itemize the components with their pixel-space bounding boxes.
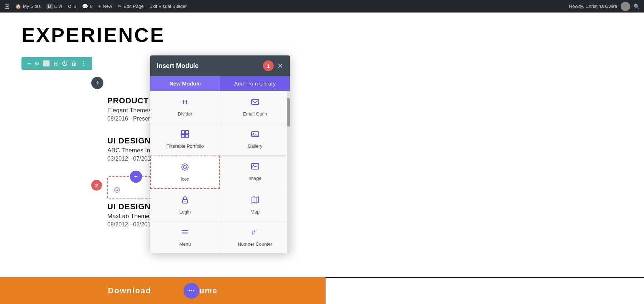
login-icon: [181, 196, 189, 206]
module-item-login[interactable]: Login: [150, 189, 220, 221]
badge-2: 2: [91, 180, 102, 191]
circle-icon: ◎: [114, 185, 120, 193]
delete-icon[interactable]: 🗑: [70, 60, 78, 67]
svg-rect-0: [182, 102, 188, 102]
panel-header: Insert Module 1 ✕: [150, 55, 290, 76]
edit-page-button[interactable]: ✏ Edit Page: [118, 4, 143, 9]
svg-rect-19: [182, 230, 188, 231]
svg-rect-21: [182, 234, 188, 234]
admin-bar: ⊞ 🏠 My Sites D Divi ↺ 3 💬 0 + New ✏ Edit…: [0, 0, 644, 13]
svg-point-13: [253, 165, 254, 166]
panel-scrollbar-thumb: [287, 98, 290, 127]
download-button[interactable]: Download ••• sume: [0, 277, 326, 304]
module-item-filterable-portfolio[interactable]: Filterable Portfolio: [150, 123, 220, 155]
icon-module-icon: [181, 163, 189, 173]
panel-scrollbar[interactable]: [287, 91, 290, 253]
insert-module-panel: Insert Module 1 ✕ New Module Add From Li…: [150, 55, 290, 253]
dots-menu-badge[interactable]: •••: [184, 283, 199, 299]
module-item-icon[interactable]: Icon: [150, 156, 220, 189]
add-module-purple-button[interactable]: +: [130, 171, 142, 183]
admin-bar-right: Howdy, Christina Gwira 🔍: [569, 2, 640, 11]
module-item-gallery[interactable]: Gallery: [220, 123, 290, 155]
module-label-number-counter: Number Counter: [238, 241, 272, 247]
download-bar: Download ••• sume: [0, 277, 644, 304]
module-item-map[interactable]: Map: [220, 189, 290, 221]
menu-icon: [181, 228, 189, 239]
panel-badge-1: 1: [263, 60, 274, 71]
svg-rect-7: [185, 134, 189, 138]
svg-point-15: [185, 201, 186, 202]
divider-icon: [181, 98, 189, 108]
module-item-divider[interactable]: Divider: [150, 91, 220, 123]
toggle-icon[interactable]: ⏻: [61, 60, 69, 67]
image-icon: [251, 162, 259, 173]
download-button-text: Download: [108, 286, 151, 295]
svg-marker-16: [252, 197, 258, 203]
svg-rect-1: [183, 100, 184, 104]
green-module-toolbar: + ⚙ ⬜ ⊞ ⏻ 🗑 ⋮: [21, 57, 92, 70]
search-icon[interactable]: 🔍: [634, 4, 640, 9]
grid-icon[interactable]: ⊞: [53, 60, 59, 67]
email-optin-icon: [251, 98, 259, 108]
wp-icon[interactable]: ⊞: [4, 3, 10, 10]
module-label-divider: Divider: [178, 111, 192, 117]
gallery-icon: [251, 130, 259, 141]
filterable-portfolio-icon: [181, 130, 189, 141]
svg-rect-20: [182, 232, 188, 232]
exit-builder-button[interactable]: Exit Visual Builder: [150, 4, 187, 9]
add-module-below-button[interactable]: +: [91, 77, 103, 89]
module-grid: Divider Email Optin: [150, 91, 290, 253]
svg-rect-2: [186, 100, 187, 104]
panel-title: Insert Module: [157, 62, 259, 70]
module-item-menu[interactable]: Menu: [150, 221, 220, 253]
panel-tabs: New Module Add From Library: [150, 76, 290, 91]
svg-rect-4: [181, 131, 185, 134]
tab-new-module[interactable]: New Module: [150, 76, 220, 91]
divi-menu[interactable]: D Divi: [47, 4, 62, 9]
map-icon: [251, 196, 259, 206]
module-item-email-optin[interactable]: Email Optin: [220, 91, 290, 123]
svg-rect-6: [181, 134, 185, 138]
my-sites[interactable]: 🏠 My Sites: [15, 4, 41, 9]
module-label-gallery: Gallery: [248, 143, 262, 149]
module-label-icon: Icon: [181, 176, 190, 182]
module-label-filterable-portfolio: Filterable Portfolio: [166, 143, 204, 149]
download-bar-right: [326, 277, 644, 304]
module-item-image[interactable]: Image: [220, 156, 290, 189]
new-button[interactable]: + New: [98, 4, 112, 9]
svg-rect-5: [185, 131, 189, 134]
svg-text:#: #: [252, 228, 256, 236]
duplicate-icon[interactable]: ⬜: [42, 60, 51, 67]
comments[interactable]: 💬 0: [82, 4, 92, 9]
svg-point-11: [184, 166, 186, 168]
experience-title: EXPERIENCE: [21, 23, 623, 46]
svg-point-10: [182, 164, 188, 170]
module-label-login: Login: [179, 209, 191, 215]
module-label-map: Map: [250, 209, 259, 215]
updates[interactable]: ↺ 3: [68, 4, 76, 9]
panel-close-button[interactable]: ✕: [277, 62, 283, 70]
add-icon[interactable]: +: [26, 60, 32, 67]
tab-add-from-library[interactable]: Add From Library: [220, 76, 290, 91]
left-column: [21, 96, 86, 242]
module-label-menu: Menu: [179, 241, 191, 247]
module-label-email-optin: Email Optin: [243, 111, 267, 117]
svg-rect-3: [252, 99, 259, 104]
module-label-image: Image: [249, 176, 262, 181]
user-avatar: [621, 2, 630, 11]
number-counter-icon: #: [251, 228, 259, 239]
more-icon[interactable]: ⋮: [79, 60, 87, 67]
module-item-number-counter[interactable]: # Number Counter: [220, 221, 290, 253]
settings-icon[interactable]: ⚙: [33, 60, 40, 67]
